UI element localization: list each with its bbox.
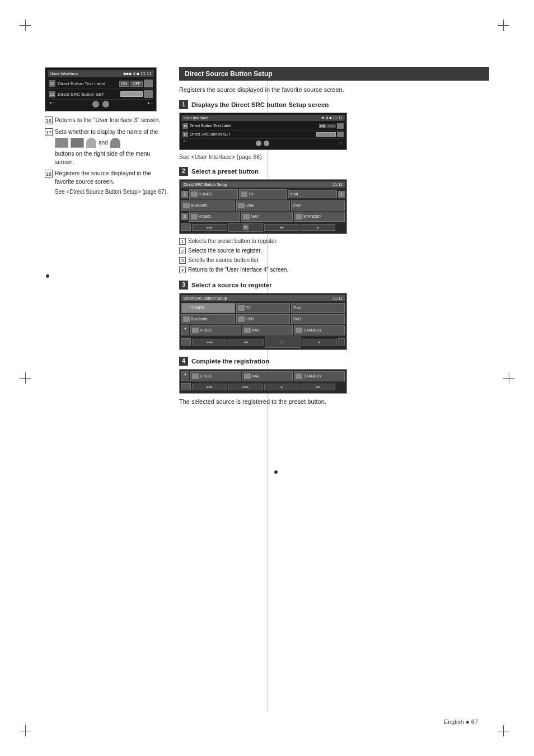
step-2-block: 2 Select a preset button Direct SRC Butt…	[179, 167, 489, 274]
step-4-hand: ☞	[338, 382, 345, 391]
src-bottom-4: ■	[301, 224, 336, 231]
step-2-number: 2	[179, 167, 188, 176]
step-1-screen-row-2: 11 Direct SRC Button SET	[181, 130, 345, 139]
ann-2: 2	[338, 191, 345, 198]
crop-mark-tr	[498, 20, 509, 31]
ann-item-3: 3 Scrolls the source button list.	[179, 256, 489, 264]
src-btn-usb: USB	[236, 200, 290, 211]
page-number: English ● 67	[444, 718, 478, 725]
left-ui-screen: User Interface ■■■ 4 ■ 11:11 10 Direct B…	[45, 67, 157, 111]
step3-btn-bluetooth: Bluetooth	[181, 314, 235, 324]
src-btn-video: VIDEO	[189, 212, 240, 222]
step-2-title: Select a preset button	[191, 168, 259, 175]
step3-btn-standby: STANDBY	[294, 325, 345, 335]
step-4-screen: ▼ VIDEO NAV STANDBY ←	[179, 369, 347, 394]
step-1-number: 1	[179, 100, 188, 109]
right-column: Direct Source Button Setup Registers the…	[179, 67, 489, 711]
step-3-row-1: TUNER TV iPod	[181, 303, 345, 313]
left-item-17: 17 Sets whether to display the name of t…	[45, 128, 168, 166]
step-3-title-row: 3 Select a source to register	[179, 281, 489, 290]
step-3-number: 3	[179, 281, 188, 290]
screen-bottom: ▼○ ▲○	[48, 100, 154, 109]
step3-back: ←	[181, 338, 191, 346]
step-4-row-1: ▼ VIDEO NAV STANDBY	[181, 371, 345, 381]
left-item-16: 16 Returns to the "User Interface 3" scr…	[45, 116, 168, 124]
left-column: User Interface ■■■ 4 ■ 11:11 10 Direct B…	[45, 67, 168, 711]
icon-person-2	[110, 138, 120, 148]
step3-icon-end: ○	[338, 338, 345, 346]
step-4-title-row: 4 Complete the registration	[179, 357, 489, 366]
left-item-18: 18 Registers the source displayed in the…	[45, 169, 168, 195]
step4-btn-standby: STANDBY	[294, 371, 345, 381]
icon-circle-2	[102, 101, 109, 108]
step-2-screen: Direct SRC Button Setup 11:11 1 TUNER TV	[179, 179, 347, 234]
src-btn-tv: TV	[239, 189, 288, 199]
left-screen-header: User Interface ■■■ 4 ■ 11:11	[48, 70, 154, 77]
src-btn-dvd: DVD	[291, 200, 345, 211]
left-cross	[20, 372, 31, 384]
step4-arrow: ▼	[181, 371, 189, 381]
src-btn-nav: NAV	[241, 212, 292, 222]
step4-back: ←	[181, 383, 191, 390]
ann-item-4: 4 Returns to the "User Interface 4" scre…	[179, 266, 489, 274]
ann-4-inline: 4	[243, 225, 249, 230]
src-back-btn: ←	[181, 223, 191, 231]
step-2-row-3-annotated: 3 VIDEO NAV STANDBY	[181, 212, 345, 222]
screen-row-2: 11 Direct SRC Button SET	[48, 89, 154, 100]
step3-btn-tuner: TUNER	[181, 303, 235, 313]
step4-btn-video: VIDEO	[190, 371, 241, 381]
ann-1: 1	[181, 191, 188, 198]
screen-slider	[120, 91, 143, 97]
step-1-screen-bottom: ▼○ ☞	[181, 139, 345, 148]
src-btn-standby: STANDBY	[294, 212, 345, 222]
ann-item-1: 1 Selects the preset button to register.	[179, 237, 489, 245]
step-3-screen-header: Direct SRC Button Setup 11:11	[181, 295, 345, 301]
src-btn-tuner: TUNER	[189, 189, 238, 199]
step-1-title-row: 1 Displays the Direct SRC button Setup s…	[179, 100, 489, 109]
left-list: 16 Returns to the "User Interface 3" scr…	[45, 116, 168, 196]
step3-arrow-left: ▼	[181, 325, 189, 335]
screen-icons-bottom	[92, 101, 109, 108]
step-2-title-row: 2 Select a preset button	[179, 167, 489, 176]
step3-btn-video: VIDEO	[190, 325, 241, 335]
screen-icon-2	[144, 90, 153, 98]
step-1-see: See <User Interface> (page 66).	[179, 153, 489, 160]
step4-btn-nav: NAV	[242, 371, 293, 381]
step-3-title: Select a source to register	[191, 282, 272, 288]
step-1-screen-row-1: 10 Direct Button Text Label ON OFF	[181, 122, 345, 130]
step3-btn-dvd: DVD	[291, 314, 345, 324]
step-4-number: 4	[179, 357, 188, 366]
step-1-title: Displays the Direct SRC button Setup scr…	[191, 101, 329, 108]
step3-btn-ipod: iPod	[291, 303, 345, 313]
step3-b1: ■■■	[192, 339, 227, 346]
step-2-screen-header: Direct SRC Button Setup 11:11	[181, 181, 345, 188]
crop-mark-br	[498, 725, 509, 736]
crop-mark-tl	[20, 20, 31, 31]
icon-1	[55, 138, 68, 148]
icon-2	[71, 138, 84, 148]
step-3-row-2: Bluetooth USB DVD	[181, 314, 345, 324]
step-3-row-3: ▼ VIDEO NAV STANDBY	[181, 325, 345, 335]
step-2-row-2: Bluetooth USB DVD	[181, 200, 345, 211]
step-2-row-1-annotated: 1 TUNER TV iPod 2	[181, 189, 345, 199]
step-4-bottom-row: ← ■■■ ■■■ ■ ■■ ☞	[181, 382, 345, 391]
section-description: Registers the source displayed in the fa…	[179, 85, 489, 95]
step3-btn-usb: USB	[236, 314, 290, 324]
screen-row-1: 10 Direct Button Text Label ON OFF	[48, 78, 154, 89]
step-1-screen-header: User Interface ▼ 4 ■ 11:11	[181, 115, 345, 121]
left-see-text: See <Direct Source Button Setup> (page 6…	[55, 188, 168, 196]
step-1-hand: ☞	[338, 139, 344, 147]
icon-circle-1	[92, 101, 99, 108]
step-3-hand: ☞	[279, 338, 285, 346]
src-bottom-1: ■■■	[192, 224, 227, 231]
right-cross	[503, 372, 514, 384]
section-header: Direct Source Button Setup	[179, 67, 489, 81]
step3-btn-nav: NAV	[242, 325, 293, 335]
step-1-screen: User Interface ▼ 4 ■ 11:11 10 Direct But…	[179, 113, 347, 150]
src-bottom-3: ■■	[264, 224, 299, 231]
step-4-title: Complete the registration	[191, 358, 269, 365]
step-4-block: 4 Complete the registration ▼ VIDEO NAV	[179, 357, 489, 407]
icon-row: and	[55, 138, 120, 148]
src-bottom-2: 4	[228, 223, 264, 232]
step-2-hand: ☞	[338, 223, 345, 232]
